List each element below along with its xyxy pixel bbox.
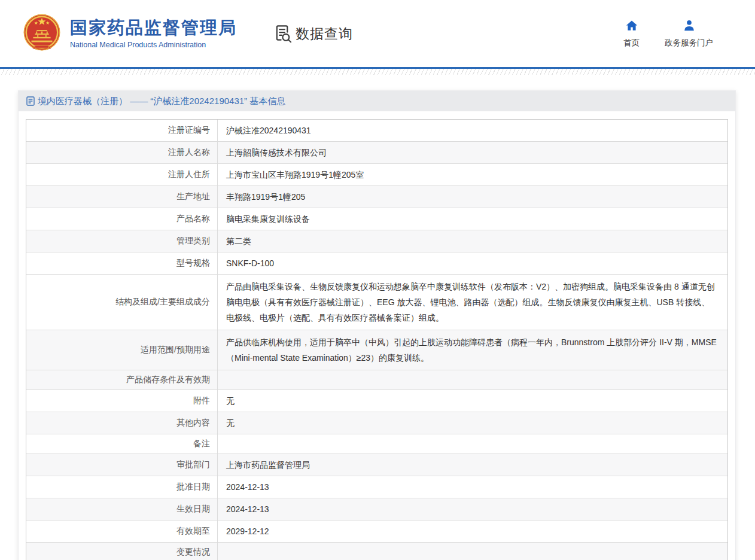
table-row: 适用范围/预期用途 产品供临床机构使用，适用于脑卒中（中风）引起的上肢运动功能障…	[26, 330, 727, 370]
table-row: 批准日期 2024-12-13	[26, 476, 727, 498]
table-row: 注册人住所 上海市宝山区丰翔路1919号1幢205室	[26, 164, 727, 186]
row-label: 批准日期	[26, 476, 218, 498]
row-label: 注册人名称	[26, 142, 218, 163]
row-value: 无	[218, 390, 727, 412]
nav-portal-label: 政务服务门户	[665, 38, 713, 48]
row-label: 生效日期	[26, 498, 218, 520]
table-row: 注册人名称 上海韶脑传感技术有限公司	[26, 142, 727, 164]
table-row: 其他内容 无	[26, 412, 727, 434]
row-label-text: 批准日期	[176, 482, 210, 492]
row-label: 其他内容	[26, 412, 218, 434]
row-label: 有效期至	[26, 521, 218, 542]
row-label: 产品储存条件及有效期	[26, 370, 218, 389]
site-logo[interactable]: 国家药品监督管理局 National Medical Products Admi…	[21, 13, 237, 54]
row-label-text: 产品名称	[176, 214, 210, 224]
row-value: 产品供临床机构使用，适用于脑卒中（中风）引起的上肢运动功能障碍患者（病程一年内，…	[218, 330, 727, 370]
table-row: 变更情况	[26, 543, 727, 560]
home-icon	[625, 19, 638, 32]
row-label-text: 注册人住所	[168, 169, 210, 180]
row-label-text: 型号规格	[176, 258, 210, 269]
row-label: 备注	[26, 434, 218, 454]
row-value: 丰翔路1919号1幢205	[218, 186, 727, 208]
row-label: 生产地址	[26, 186, 218, 208]
table-row: 型号规格 SNKF-D-100	[26, 252, 727, 275]
table-row: 产品名称 脑电采集康复训练设备	[26, 208, 727, 230]
row-label: 变更情况	[26, 543, 218, 560]
module-title: 数据查询	[296, 25, 353, 43]
row-label-text: 附件	[193, 395, 210, 406]
row-label-text: 生效日期	[176, 504, 210, 515]
row-value: 产品由脑电采集设备、生物反馈康复仪和运动想象脑卒中康复训练软件（发布版本：V2）…	[218, 275, 727, 330]
row-label: 产品名称	[26, 208, 218, 230]
row-value: 2024-12-13	[218, 498, 727, 520]
detail-card: 境内医疗器械（注册） —— “沪械注准20242190431” 基本信息 注册证…	[18, 90, 736, 560]
national-emblem-icon	[21, 13, 63, 54]
table-row: 附件 无	[26, 390, 727, 412]
row-label-text: 管理类别	[176, 236, 210, 246]
row-label: 审批部门	[26, 454, 218, 476]
nav-home-label: 首页	[623, 38, 640, 48]
row-label: 结构及组成/主要组成成分	[26, 275, 218, 330]
table-row: 产品储存条件及有效期	[26, 370, 727, 390]
document-icon	[26, 96, 35, 106]
row-label: 注册证编号	[26, 120, 218, 141]
row-value: 上海市药品监督管理局	[218, 454, 727, 476]
nav-portal[interactable]: 政务服务门户	[665, 19, 713, 48]
row-label-text: 其他内容	[176, 418, 210, 428]
page-title: 境内医疗器械（注册） —— “沪械注准20242190431” 基本信息	[38, 96, 285, 107]
row-label: 型号规格	[26, 252, 218, 274]
table-row: 有效期至 2029-12-12	[26, 521, 727, 543]
row-value: 脑电采集康复训练设备	[218, 208, 727, 230]
row-value: 沪械注准20242190431	[218, 120, 727, 141]
row-label-text: 注册人名称	[168, 147, 210, 158]
row-label: 附件	[26, 390, 218, 412]
row-value: 上海市宝山区丰翔路1919号1幢205室	[218, 164, 727, 185]
row-label: 注册人住所	[26, 164, 218, 185]
header-divider-hatch	[0, 69, 755, 75]
org-name-en: National Medical Products Administration	[70, 41, 237, 49]
row-label-text: 产品储存条件及有效期	[126, 375, 210, 385]
row-label-text: 注册证编号	[168, 125, 210, 136]
row-label-text: 结构及组成/主要组成成分	[115, 297, 210, 308]
table-row: 管理类别 第二类	[26, 230, 727, 252]
row-value: 无	[218, 412, 727, 434]
detail-table: 注册证编号 沪械注准20242190431 注册人名称 上海韶脑传感技术有限公司…	[26, 119, 728, 560]
row-value: 2029-12-12	[218, 521, 727, 542]
row-value: 上海韶脑传感技术有限公司	[218, 142, 727, 163]
nav-home[interactable]: 首页	[623, 19, 640, 48]
row-value: SNKF-D-100	[218, 252, 727, 274]
data-query-module[interactable]: 数据查询	[274, 24, 353, 44]
row-label-text: 适用范围/预期用途	[141, 345, 210, 355]
row-label-text: 备注	[193, 439, 210, 449]
top-nav: 首页 政务服务门户	[623, 19, 713, 48]
row-label-text: 变更情况	[176, 547, 210, 558]
row-label-text: 有效期至	[176, 526, 210, 537]
row-value: 第二类	[218, 230, 727, 252]
table-row: 生效日期 2024-12-13	[26, 498, 727, 521]
table-row: 生产地址 丰翔路1919号1幢205	[26, 186, 727, 208]
table-row: 审批部门 上海市药品监督管理局	[26, 454, 727, 476]
user-icon	[683, 19, 696, 32]
table-row: 注册证编号 沪械注准20242190431	[26, 120, 727, 142]
row-value: 2024-12-13	[218, 476, 727, 498]
brand-text: 国家药品监督管理局 National Medical Products Admi…	[70, 18, 237, 49]
row-value	[218, 441, 727, 447]
table-row: 结构及组成/主要组成成分 产品由脑电采集设备、生物反馈康复仪和运动想象脑卒中康复…	[26, 275, 727, 330]
site-header: 国家药品监督管理局 National Medical Products Admi…	[0, 0, 755, 67]
row-label: 管理类别	[26, 230, 218, 252]
table-row: 备注	[26, 434, 727, 454]
row-value	[218, 549, 727, 555]
card-title-bar: 境内医疗器械（注册） —— “沪械注准20242190431” 基本信息	[19, 91, 735, 111]
org-name-zh: 国家药品监督管理局	[70, 18, 237, 38]
document-search-icon	[274, 24, 293, 44]
row-label-text: 生产地址	[176, 191, 210, 202]
row-value	[218, 377, 727, 383]
row-label: 适用范围/预期用途	[26, 330, 218, 370]
row-label-text: 审批部门	[176, 459, 210, 470]
